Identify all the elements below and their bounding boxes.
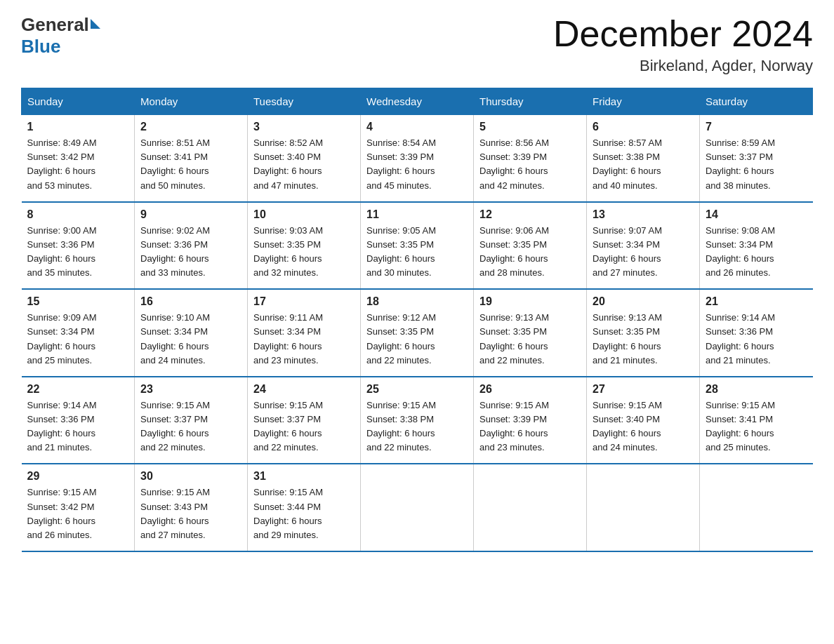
calendar-cell: 1 Sunrise: 8:49 AM Sunset: 3:42 PM Dayli…: [22, 115, 135, 202]
month-title: December 2024: [553, 14, 813, 54]
day-info: Sunrise: 9:13 AM Sunset: 3:35 PM Dayligh…: [479, 311, 581, 368]
day-number: 19: [479, 295, 581, 308]
calendar-cell: 8 Sunrise: 9:00 AM Sunset: 3:36 PM Dayli…: [22, 202, 135, 290]
column-header-sunday: Sunday: [22, 88, 135, 115]
calendar-cell: 16 Sunrise: 9:10 AM Sunset: 3:34 PM Dayl…: [135, 289, 248, 377]
day-info: Sunrise: 9:15 AM Sunset: 3:38 PM Dayligh…: [366, 398, 468, 455]
day-number: 18: [366, 295, 468, 308]
day-info: Sunrise: 9:11 AM Sunset: 3:34 PM Dayligh…: [253, 311, 355, 368]
calendar-cell: 30 Sunrise: 9:15 AM Sunset: 3:43 PM Dayl…: [135, 464, 248, 551]
day-number: 14: [706, 208, 807, 221]
day-info: Sunrise: 9:00 AM Sunset: 3:36 PM Dayligh…: [27, 224, 129, 281]
column-header-wednesday: Wednesday: [361, 88, 474, 115]
calendar-cell: 20 Sunrise: 9:13 AM Sunset: 3:35 PM Dayl…: [587, 289, 700, 377]
day-info: Sunrise: 9:13 AM Sunset: 3:35 PM Dayligh…: [593, 311, 694, 368]
calendar-cell: 13 Sunrise: 9:07 AM Sunset: 3:34 PM Dayl…: [587, 202, 700, 290]
day-info: Sunrise: 9:15 AM Sunset: 3:41 PM Dayligh…: [706, 398, 807, 455]
day-number: 7: [706, 121, 807, 133]
column-header-tuesday: Tuesday: [248, 88, 361, 115]
day-number: 17: [253, 295, 355, 308]
calendar-header-row: SundayMondayTuesdayWednesdayThursdayFrid…: [22, 88, 813, 115]
column-header-saturday: Saturday: [700, 88, 813, 115]
day-number: 16: [140, 295, 241, 308]
day-info: Sunrise: 8:54 AM Sunset: 3:39 PM Dayligh…: [366, 136, 468, 193]
calendar-cell: 24 Sunrise: 9:15 AM Sunset: 3:37 PM Dayl…: [248, 377, 361, 464]
week-row-3: 15 Sunrise: 9:09 AM Sunset: 3:34 PM Dayl…: [22, 289, 813, 377]
day-info: Sunrise: 8:59 AM Sunset: 3:37 PM Dayligh…: [706, 136, 807, 193]
column-header-monday: Monday: [135, 88, 248, 115]
calendar-cell: 18 Sunrise: 9:12 AM Sunset: 3:35 PM Dayl…: [361, 289, 474, 377]
calendar-cell: 10 Sunrise: 9:03 AM Sunset: 3:35 PM Dayl…: [248, 202, 361, 290]
week-row-5: 29 Sunrise: 9:15 AM Sunset: 3:42 PM Dayl…: [22, 464, 813, 551]
calendar-cell: 27 Sunrise: 9:15 AM Sunset: 3:40 PM Dayl…: [587, 377, 700, 464]
day-info: Sunrise: 9:02 AM Sunset: 3:36 PM Dayligh…: [140, 224, 241, 281]
day-number: 29: [27, 470, 129, 483]
day-number: 12: [479, 208, 581, 221]
calendar-cell: 12 Sunrise: 9:06 AM Sunset: 3:35 PM Dayl…: [474, 202, 587, 290]
calendar-cell: 29 Sunrise: 9:15 AM Sunset: 3:42 PM Dayl…: [22, 464, 135, 551]
day-number: 30: [140, 470, 241, 483]
calendar-table: SundayMondayTuesdayWednesdayThursdayFrid…: [21, 88, 813, 552]
day-info: Sunrise: 9:15 AM Sunset: 3:42 PM Dayligh…: [27, 485, 129, 542]
calendar-cell: 11 Sunrise: 9:05 AM Sunset: 3:35 PM Dayl…: [361, 202, 474, 290]
calendar-cell: 23 Sunrise: 9:15 AM Sunset: 3:37 PM Dayl…: [135, 377, 248, 464]
day-number: 8: [27, 208, 129, 221]
day-number: 26: [479, 383, 581, 396]
day-number: 31: [253, 470, 355, 483]
day-info: Sunrise: 9:12 AM Sunset: 3:35 PM Dayligh…: [366, 311, 468, 368]
calendar-cell: 17 Sunrise: 9:11 AM Sunset: 3:34 PM Dayl…: [248, 289, 361, 377]
day-info: Sunrise: 9:06 AM Sunset: 3:35 PM Dayligh…: [479, 224, 581, 281]
day-number: 23: [140, 383, 241, 396]
day-info: Sunrise: 9:15 AM Sunset: 3:43 PM Dayligh…: [140, 485, 241, 542]
day-info: Sunrise: 9:15 AM Sunset: 3:39 PM Dayligh…: [479, 398, 581, 455]
week-row-1: 1 Sunrise: 8:49 AM Sunset: 3:42 PM Dayli…: [22, 115, 813, 202]
calendar-cell: [587, 464, 700, 551]
logo-triangle-icon: [91, 19, 100, 29]
logo-blue-text: Blue: [21, 36, 60, 58]
day-info: Sunrise: 9:14 AM Sunset: 3:36 PM Dayligh…: [706, 311, 807, 368]
calendar-cell: 28 Sunrise: 9:15 AM Sunset: 3:41 PM Dayl…: [700, 377, 813, 464]
day-info: Sunrise: 9:08 AM Sunset: 3:34 PM Dayligh…: [706, 224, 807, 281]
day-info: Sunrise: 8:57 AM Sunset: 3:38 PM Dayligh…: [593, 136, 694, 193]
day-info: Sunrise: 9:15 AM Sunset: 3:37 PM Dayligh…: [253, 398, 355, 455]
calendar-cell: [474, 464, 587, 551]
day-info: Sunrise: 9:03 AM Sunset: 3:35 PM Dayligh…: [253, 224, 355, 281]
calendar-cell: [700, 464, 813, 551]
day-number: 4: [366, 121, 468, 133]
day-number: 15: [27, 295, 129, 308]
calendar-cell: 9 Sunrise: 9:02 AM Sunset: 3:36 PM Dayli…: [135, 202, 248, 290]
day-number: 20: [593, 295, 694, 308]
location-title: Birkeland, Agder, Norway: [553, 57, 813, 75]
day-number: 28: [706, 383, 807, 396]
calendar-cell: 3 Sunrise: 8:52 AM Sunset: 3:40 PM Dayli…: [248, 115, 361, 202]
calendar-cell: 22 Sunrise: 9:14 AM Sunset: 3:36 PM Dayl…: [22, 377, 135, 464]
day-number: 21: [706, 295, 807, 308]
day-number: 6: [593, 121, 694, 133]
week-row-4: 22 Sunrise: 9:14 AM Sunset: 3:36 PM Dayl…: [22, 377, 813, 464]
day-info: Sunrise: 9:15 AM Sunset: 3:40 PM Dayligh…: [593, 398, 694, 455]
day-info: Sunrise: 8:56 AM Sunset: 3:39 PM Dayligh…: [479, 136, 581, 193]
title-area: December 2024 Birkeland, Agder, Norway: [553, 14, 813, 75]
day-number: 11: [366, 208, 468, 221]
day-info: Sunrise: 9:10 AM Sunset: 3:34 PM Dayligh…: [140, 311, 241, 368]
logo-general-text: General: [21, 14, 89, 36]
calendar-cell: 7 Sunrise: 8:59 AM Sunset: 3:37 PM Dayli…: [700, 115, 813, 202]
week-row-2: 8 Sunrise: 9:00 AM Sunset: 3:36 PM Dayli…: [22, 202, 813, 290]
calendar-cell: 6 Sunrise: 8:57 AM Sunset: 3:38 PM Dayli…: [587, 115, 700, 202]
day-info: Sunrise: 9:07 AM Sunset: 3:34 PM Dayligh…: [593, 224, 694, 281]
day-info: Sunrise: 9:15 AM Sunset: 3:44 PM Dayligh…: [253, 485, 355, 542]
calendar-cell: 4 Sunrise: 8:54 AM Sunset: 3:39 PM Dayli…: [361, 115, 474, 202]
day-number: 3: [253, 121, 355, 133]
calendar-cell: 21 Sunrise: 9:14 AM Sunset: 3:36 PM Dayl…: [700, 289, 813, 377]
calendar-cell: 5 Sunrise: 8:56 AM Sunset: 3:39 PM Dayli…: [474, 115, 587, 202]
day-info: Sunrise: 9:15 AM Sunset: 3:37 PM Dayligh…: [140, 398, 241, 455]
calendar-cell: [361, 464, 474, 551]
logo: General Blue: [21, 14, 100, 58]
column-header-friday: Friday: [587, 88, 700, 115]
day-number: 24: [253, 383, 355, 396]
column-header-thursday: Thursday: [474, 88, 587, 115]
day-info: Sunrise: 9:14 AM Sunset: 3:36 PM Dayligh…: [27, 398, 129, 455]
day-number: 1: [27, 121, 129, 133]
day-number: 9: [140, 208, 241, 221]
day-number: 10: [253, 208, 355, 221]
